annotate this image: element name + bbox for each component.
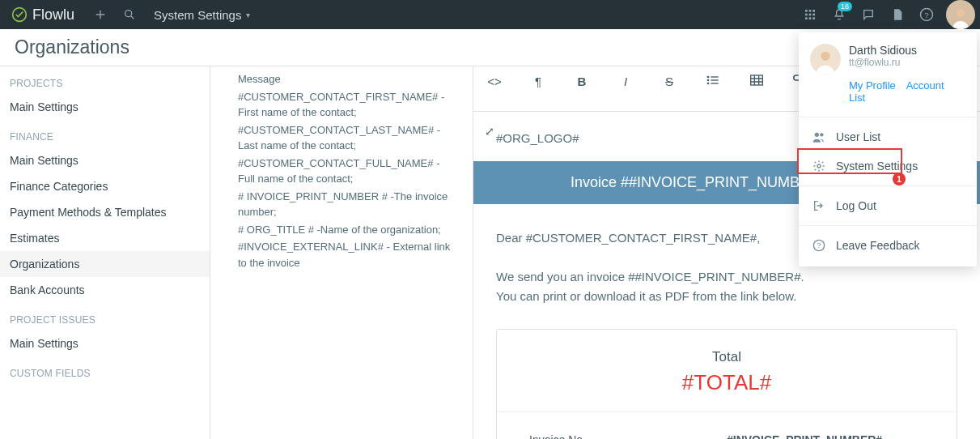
tool-strike[interactable]: S	[660, 75, 679, 88]
svg-rect-5	[805, 14, 808, 16]
notification-badge: 16	[838, 2, 852, 11]
menu-separator	[799, 117, 977, 117]
chevron-down-icon: ▾	[246, 11, 250, 19]
svg-rect-7	[812, 14, 815, 16]
check-circle-icon	[11, 6, 28, 23]
documents-button[interactable]	[883, 0, 912, 29]
gear-icon	[812, 160, 826, 173]
tool-paragraph[interactable]: ¶	[528, 75, 548, 88]
svg-rect-4	[812, 10, 815, 12]
logout-icon	[812, 199, 826, 212]
svg-rect-15	[711, 76, 718, 77]
sidebar-item-finance-main[interactable]: Main Settings	[0, 147, 210, 173]
svg-point-21	[821, 52, 829, 61]
document-icon	[891, 8, 904, 21]
variables-panel: Message #CUSTOMER_CONTACT_FIRST_NAME# - …	[210, 66, 473, 439]
svg-rect-20	[751, 75, 763, 85]
svg-rect-2	[805, 10, 808, 12]
sidebar-section-custom-fields: CUSTOM FIELDS	[0, 356, 210, 384]
logo[interactable]: Flowlu	[0, 6, 86, 23]
menu-separator	[799, 185, 977, 186]
person-icon	[948, 5, 973, 29]
preview-body2: You can print or download it as PDF from…	[496, 287, 957, 306]
profile-section: Darth Sidious tt@flowlu.ru My Profile Ac…	[799, 32, 977, 112]
add-button[interactable]	[86, 0, 115, 29]
svg-point-22	[815, 133, 819, 137]
help-icon: ?	[919, 7, 934, 22]
sidebar-section-finance: FINANCE	[0, 120, 210, 147]
user-avatar[interactable]	[946, 0, 975, 29]
total-label: Total	[497, 349, 957, 365]
top-bar: Flowlu System Settings ▾ 16 ?	[0, 0, 980, 29]
highlight-badge-1: 1	[893, 173, 906, 185]
menu-leave-feedback-label: Leave Feedback	[836, 239, 920, 252]
sidebar-item-payment-methods[interactable]: Payment Methods & Templates	[0, 199, 210, 225]
messages-button[interactable]	[854, 0, 883, 29]
breadcrumb-label: System Settings	[154, 8, 241, 22]
svg-text:?: ?	[924, 11, 929, 19]
sidebar-section-projects: PROJECTS	[0, 66, 210, 94]
users-icon	[812, 131, 826, 143]
svg-text:?: ?	[817, 241, 821, 249]
sidebar: PROJECTS Main Settings FINANCE Main Sett…	[0, 66, 210, 439]
preview-body1: We send you an invoice ##INVOICE_PRINT_N…	[496, 267, 957, 287]
sidebar-item-organizations[interactable]: Organizations	[0, 251, 210, 277]
help-button[interactable]: ?	[912, 0, 941, 29]
tool-list[interactable]	[703, 75, 723, 88]
user-dropdown: Darth Sidious tt@flowlu.ru My Profile Ac…	[799, 32, 977, 266]
feedback-icon: ?	[812, 239, 826, 252]
invoice-no-label: Invoice No	[529, 433, 727, 439]
svg-rect-9	[809, 17, 812, 19]
apps-icon	[804, 8, 817, 21]
svg-rect-19	[711, 83, 718, 83]
svg-point-1	[125, 11, 132, 17]
breadcrumb[interactable]: System Settings ▾	[144, 8, 260, 22]
tool-italic[interactable]: I	[616, 75, 635, 88]
sidebar-item-bank-accounts[interactable]: Bank Accounts	[0, 277, 210, 303]
svg-rect-10	[812, 17, 815, 19]
var-line: # INVOICE_PRINT_NUMBER # -The invoice nu…	[238, 189, 458, 220]
sidebar-item-finance-categories[interactable]: Finance Categories	[0, 173, 210, 199]
link-my-profile[interactable]: My Profile	[849, 79, 896, 92]
plus-icon	[94, 8, 107, 21]
profile-name: Darth Sidious	[849, 44, 917, 57]
var-line: #INVOICE_EXTERNAL_LINK# - External link …	[238, 239, 458, 271]
profile-avatar	[810, 44, 841, 75]
svg-point-13	[957, 9, 965, 17]
svg-rect-3	[809, 10, 812, 12]
svg-point-14	[707, 76, 710, 79]
tool-table[interactable]	[747, 75, 766, 88]
var-line: # ORG_TITLE # -Name of the organization;	[238, 222, 458, 238]
menu-system-settings[interactable]: System Settings 1	[799, 151, 977, 181]
invoice-summary-card: Total #TOTAL# Invoice No #INVOICE_PRINT_…	[496, 329, 957, 439]
tool-code[interactable]: <>	[485, 75, 504, 88]
tool-bold[interactable]: B	[572, 75, 592, 88]
search-button[interactable]	[115, 0, 144, 29]
list-icon	[706, 75, 719, 86]
invoice-no-value: #INVOICE_PRINT_NUMBER#	[727, 433, 924, 439]
sidebar-item-estimates[interactable]: Estimates	[0, 225, 210, 251]
page-title: Organizations	[15, 36, 129, 58]
menu-log-out[interactable]: Log Out	[799, 191, 977, 220]
var-line: Message	[238, 71, 458, 87]
total-value: #TOTAL#	[497, 370, 957, 395]
table-icon	[750, 75, 763, 86]
sidebar-item-projects-main[interactable]: Main Settings	[0, 94, 210, 120]
menu-leave-feedback[interactable]: ? Leave Feedback	[799, 231, 977, 260]
brand-text: Flowlu	[32, 6, 74, 23]
svg-point-18	[707, 83, 710, 85]
var-line: #CUSTOMER_CONTACT_LAST_NAME# - Last name…	[238, 122, 458, 154]
menu-user-list-label: User List	[836, 130, 880, 143]
svg-point-24	[817, 164, 821, 168]
profile-email: tt@flowlu.ru	[849, 57, 917, 68]
search-icon	[123, 8, 136, 21]
sidebar-item-issues-main[interactable]: Main Settings	[0, 330, 210, 356]
svg-point-23	[820, 133, 823, 136]
menu-user-list[interactable]: User List	[799, 122, 977, 151]
apps-button[interactable]	[795, 0, 825, 29]
var-line: #CUSTOMER_CONTACT_FIRST_NAME# - First na…	[238, 89, 458, 121]
svg-rect-8	[805, 17, 808, 19]
notifications-button[interactable]: 16	[825, 0, 854, 29]
svg-rect-6	[809, 14, 812, 16]
chat-icon	[862, 8, 875, 21]
